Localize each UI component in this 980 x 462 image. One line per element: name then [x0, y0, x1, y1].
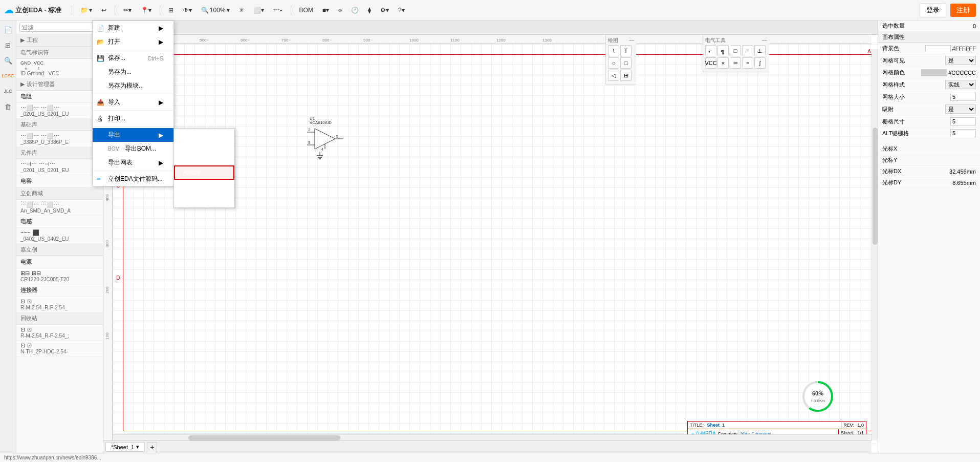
- bom-label-prefix: BOM: [108, 146, 120, 152]
- menu-print-label: 打印...: [108, 114, 125, 123]
- export-svg[interactable]: SVG...: [174, 153, 234, 165]
- menu-sep-2: [93, 94, 173, 94]
- save-shortcut: Ctrl+S: [137, 55, 163, 61]
- export-svg-source[interactable]: SVG源码...: [174, 194, 234, 207]
- menu-save[interactable]: 💾 保存... Ctrl+S: [93, 51, 173, 65]
- menu-bom-label: 导出BOM...: [125, 144, 156, 153]
- menu-lceda-source-label: 立创EDA文件源码...: [108, 175, 163, 183]
- print-icon: 🖨: [97, 115, 103, 122]
- menu-lceda-source[interactable]: ✏ 立创EDA文件源码...: [93, 172, 173, 186]
- menu-print[interactable]: 🖨 打印...: [93, 112, 173, 125]
- menu-save-module[interactable]: 另存为模块...: [93, 79, 173, 93]
- open-icon: 📂: [97, 38, 104, 46]
- export-png[interactable]: PNG...: [174, 141, 234, 153]
- export-pdf[interactable]: PDF...: [174, 129, 234, 141]
- export-altium[interactable]: Altium...: [174, 165, 234, 180]
- menu-sep-1: [93, 50, 173, 50]
- menu-overlay[interactable]: 📄 新建 ▶ 📂 打开 ▶ 💾 保存... Ctrl+S 另存为... 另存为模…: [0, 0, 980, 462]
- new-icon: 📄: [97, 25, 104, 32]
- menu-open-label: 打开: [108, 37, 120, 46]
- export-lceda[interactable]: 立创EDA...: [174, 180, 234, 194]
- open-arrow: ▶: [159, 38, 163, 46]
- lceda-icon: ✏: [97, 176, 101, 182]
- menu-open[interactable]: 📂 打开 ▶: [93, 35, 173, 49]
- menu-new[interactable]: 📄 新建 ▶: [93, 21, 173, 35]
- menu-bom[interactable]: BOM 导出BOM...: [93, 142, 173, 156]
- menu-sep-5: [93, 171, 173, 171]
- menu-import-label: 导入: [108, 98, 120, 107]
- menu-netlist[interactable]: 导出网表 ▶: [93, 156, 173, 170]
- menu-sep-4: [93, 127, 173, 127]
- menu-save-as-label: 另存为...: [108, 68, 132, 76]
- netlist-arrow: ▶: [159, 159, 163, 166]
- menu-export[interactable]: 导出 ▶ PDF... PNG... SVG... Altium... 立创ED…: [93, 128, 173, 142]
- new-arrow: ▶: [159, 25, 163, 32]
- menu-netlist-label: 导出网表: [108, 158, 133, 167]
- menu-save-module-label: 另存为模块...: [108, 81, 144, 90]
- import-arrow: ▶: [159, 99, 163, 106]
- menu-new-label: 新建: [108, 24, 120, 32]
- menu-import[interactable]: 📥 导入 ▶: [93, 95, 173, 109]
- menu-save-as[interactable]: 另存为...: [93, 65, 173, 79]
- import-icon: 📥: [97, 99, 104, 106]
- export-submenu: PDF... PNG... SVG... Altium... 立创EDA... …: [173, 128, 235, 208]
- menu-sep-3: [93, 110, 173, 111]
- save-icon: 💾: [97, 55, 104, 62]
- file-menu: 📄 新建 ▶ 📂 打开 ▶ 💾 保存... Ctrl+S 另存为... 另存为模…: [92, 20, 174, 186]
- menu-export-label: 导出: [108, 131, 120, 139]
- menu-save-label: 保存...: [108, 54, 125, 62]
- export-arrow: ▶: [159, 132, 163, 139]
